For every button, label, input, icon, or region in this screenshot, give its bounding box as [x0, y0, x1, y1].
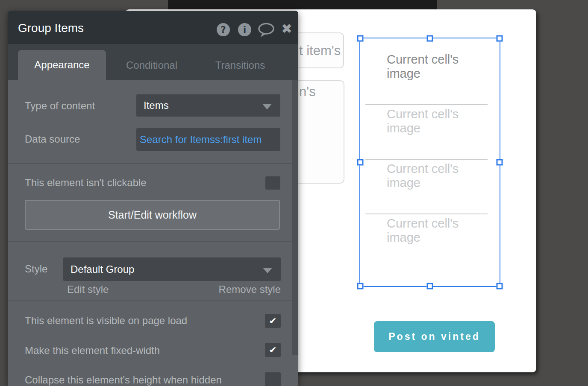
repeating-group-cell-1[interactable]: Current cell's image	[387, 53, 463, 81]
resize-handle-top-center[interactable]	[427, 35, 433, 42]
type-of-content-label: Type of content	[25, 99, 95, 112]
section-divider	[8, 300, 298, 301]
dialog-scrollbar[interactable]	[292, 80, 298, 355]
section-divider	[8, 163, 298, 164]
data-source-field[interactable]: Search for Itemss:first item	[136, 128, 280, 151]
resize-handle-bottom-center[interactable]	[427, 283, 433, 290]
tab-conditional[interactable]: Conditional	[126, 59, 177, 71]
type-of-content-value: Items	[144, 99, 169, 111]
style-label: Style	[25, 263, 47, 275]
visible-on-page-load-checkbox[interactable]: ✔	[265, 314, 281, 328]
repeating-group-cell-4[interactable]: Current cell's image	[387, 216, 463, 245]
not-clickable-checkbox[interactable]	[265, 176, 280, 190]
text-element-partial-2-label: n's	[299, 85, 316, 99]
repeating-group-selection[interactable]: Current cell's image Current cell's imag…	[359, 38, 500, 287]
section-divider	[8, 241, 298, 242]
dialog-header[interactable]: Group Items ? i ✖	[8, 11, 298, 44]
info-icon[interactable]: i	[238, 23, 251, 36]
fixed-width-checkbox[interactable]: ✔	[265, 343, 281, 357]
data-source-expression[interactable]: Search for Itemss:first item	[140, 134, 262, 146]
resize-handle-middle-right[interactable]	[497, 159, 503, 166]
check-icon: ✔	[269, 316, 276, 326]
repeating-group-cell-2[interactable]: Current cell's image	[387, 107, 463, 135]
style-dropdown[interactable]: Default Group	[63, 257, 281, 281]
resize-handle-bottom-right[interactable]	[497, 283, 503, 290]
resize-handle-middle-left[interactable]	[357, 159, 364, 166]
type-of-content-dropdown[interactable]: Items	[136, 94, 280, 117]
close-icon[interactable]: ✖	[281, 21, 292, 36]
resize-handle-bottom-left[interactable]	[357, 283, 364, 290]
collapse-height-checkbox[interactable]	[265, 372, 281, 386]
tab-appearance[interactable]: Appearance	[18, 50, 106, 80]
dialog-title: Group Items	[18, 21, 84, 35]
chevron-down-icon	[262, 104, 272, 109]
collapse-height-label: Collapse this element's height when hidd…	[25, 374, 222, 386]
comment-icon[interactable]	[257, 23, 275, 40]
chevron-down-icon	[263, 268, 272, 273]
tab-transitions[interactable]: Transitions	[215, 59, 265, 71]
property-editor-dialog: Group Items ? i ✖ Appearance Conditional…	[8, 11, 298, 386]
start-edit-workflow-button[interactable]: Start/Edit workflow	[25, 200, 280, 230]
style-value: Default Group	[71, 263, 134, 275]
resize-handle-top-left[interactable]	[357, 35, 364, 42]
not-clickable-label: This element isn't clickable	[25, 176, 147, 189]
post-on-vinted-button[interactable]: Post on vinted	[374, 321, 495, 352]
cell-separator	[365, 159, 488, 160]
resize-handle-top-right[interactable]	[497, 35, 503, 42]
data-source-label: Data source	[25, 133, 80, 146]
edit-style-link[interactable]: Edit style	[67, 283, 109, 296]
fixed-width-label: Make this element fixed-width	[25, 344, 160, 357]
cell-separator	[365, 213, 488, 214]
text-element-partial-1-label: t item's	[299, 44, 341, 58]
check-icon: ✔	[269, 345, 276, 355]
page-header-bar[interactable]	[168, 0, 437, 9]
cell-separator	[365, 104, 488, 105]
remove-style-link[interactable]: Remove style	[219, 283, 281, 296]
tab-bar: Appearance Conditional Transitions	[8, 44, 298, 80]
help-icon[interactable]: ?	[217, 23, 230, 36]
repeating-group-cell-3[interactable]: Current cell's image	[387, 162, 463, 190]
visible-on-page-load-label: This element is visible on page load	[25, 314, 187, 327]
